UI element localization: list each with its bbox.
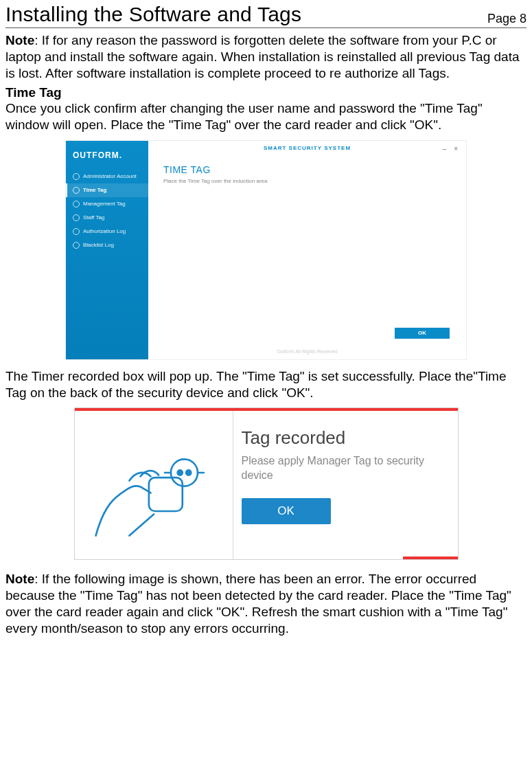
- svg-point-1: [170, 460, 197, 486]
- sidebar-item-label: Time Tag: [83, 187, 106, 193]
- sidebar-item-auth-log[interactable]: Authorization Log: [66, 225, 148, 238]
- sidebar-item-management-tag[interactable]: Management Tag: [66, 197, 148, 211]
- user-icon: [73, 173, 80, 180]
- page-number: Page 8: [487, 12, 527, 26]
- window-buttons[interactable]: – ×: [443, 145, 461, 153]
- section-subhead-time-tag: Time Tag: [5, 85, 527, 100]
- app-title-watermark: SMART SECURITY SYSTEM: [264, 145, 351, 151]
- sidebar-item-label: Blacklist Log: [83, 242, 114, 248]
- note-text: : If the following image is shown, there…: [5, 572, 511, 635]
- sidebar-item-label: Authorization Log: [83, 228, 126, 234]
- screenshot-tag-recorded-dialog: Tag recorded Please apply Manager Tag to…: [74, 407, 459, 560]
- app-sidebar: OUTFORM. Administrator Account Time Tag …: [66, 141, 148, 359]
- note-label: Note: [5, 572, 34, 586]
- sidebar-item-label: Management Tag: [83, 201, 126, 207]
- screenshot-time-tag-window: OUTFORM. Administrator Account Time Tag …: [65, 140, 467, 360]
- ok-button[interactable]: OK: [242, 498, 331, 524]
- app-main-panel: SMART SECURITY SYSTEM – × TIME TAG Place…: [148, 141, 466, 359]
- page-header: Installing the Software and Tags Page 8: [5, 3, 527, 28]
- panel-heading: TIME TAG: [163, 164, 452, 175]
- after-shot1-text: The Timer recorded box will pop up. The …: [5, 368, 527, 401]
- illustration-hand-device: [75, 408, 233, 559]
- ban-icon: [73, 242, 80, 249]
- note-label: Note: [5, 33, 34, 47]
- time-tag-intro: Once you click confirm after changing th…: [5, 100, 527, 133]
- page-title: Installing the Software and Tags: [5, 3, 301, 26]
- decorative-bar-bottom: [403, 557, 458, 559]
- svg-rect-0: [148, 478, 182, 511]
- svg-point-3: [186, 471, 191, 475]
- sidebar-item-staff-tag[interactable]: Staff Tag: [66, 211, 148, 225]
- note-paragraph-1: Note: If for any reason the password is …: [5, 32, 527, 81]
- sidebar-item-label: Administrator Account: [83, 173, 137, 179]
- tag-icon: [73, 201, 80, 207]
- ok-button[interactable]: OK: [395, 328, 450, 339]
- clock-icon: [73, 187, 80, 194]
- decorative-bar-top: [75, 408, 458, 411]
- dialog-title: Tag recorded: [242, 427, 444, 449]
- sidebar-item-label: Staff Tag: [83, 214, 104, 221]
- sidebar-item-admin[interactable]: Administrator Account: [66, 170, 148, 183]
- app-footer: Outform All Rights Reserved: [277, 349, 337, 354]
- sidebar-item-time-tag[interactable]: Time Tag: [66, 183, 148, 197]
- panel-subtext: Place the Time Tag over the induction ar…: [163, 178, 452, 184]
- dialog-text-column: Tag recorded Please apply Manager Tag to…: [233, 408, 458, 559]
- dialog-body: Please apply Manager Tag to security dev…: [242, 454, 444, 483]
- note-paragraph-2: Note: If the following image is shown, t…: [5, 571, 527, 636]
- sidebar-item-blacklist-log[interactable]: Blacklist Log: [66, 238, 148, 252]
- svg-point-2: [177, 471, 182, 475]
- brand-logo: OUTFORM.: [66, 148, 148, 170]
- note-text: : If for any reason the password is forg…: [5, 33, 520, 80]
- lock-icon: [73, 228, 80, 235]
- hand-device-icon: [92, 429, 216, 539]
- people-icon: [73, 214, 80, 221]
